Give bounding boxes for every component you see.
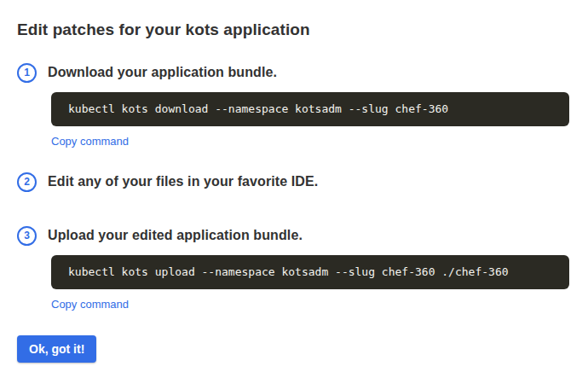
step-1-copy-command-link[interactable]: Copy command xyxy=(51,135,129,148)
step-1-command-code: kubectl kots download --namespace kotsad… xyxy=(51,92,569,126)
step-3-number-badge: 3 xyxy=(17,226,37,246)
step-2-number: 2 xyxy=(24,177,30,187)
step-2-number-badge: 2 xyxy=(17,172,37,192)
step-2-heading: Edit any of your files in your favorite … xyxy=(48,174,318,189)
edit-patches-modal: Edit patches for your kots application 1… xyxy=(0,0,588,363)
step-3-number: 3 xyxy=(24,230,30,241)
modal-title: Edit patches for your kots application xyxy=(17,20,569,40)
step-1-command-text: kubectl kots download --namespace kotsad… xyxy=(68,102,448,115)
step-1-number-badge: 1 xyxy=(17,63,37,83)
step-3-command-code: kubectl kots upload --namespace kotsadm … xyxy=(51,255,569,289)
modal-footer: Ok, got it! xyxy=(17,311,569,363)
step-3-command-text: kubectl kots upload --namespace kotsadm … xyxy=(68,265,509,278)
ok-got-it-button[interactable]: Ok, got it! xyxy=(17,335,96,363)
step-3-heading: Upload your edited application bundle. xyxy=(48,228,303,243)
step-3-row: 3 Upload your edited application bundle. xyxy=(17,226,569,246)
step-1-number: 1 xyxy=(24,67,30,78)
step-2-row: 2 Edit any of your files in your favorit… xyxy=(17,172,569,192)
step-3-copy-command-link[interactable]: Copy command xyxy=(51,298,129,311)
step-1-row: 1 Download your application bundle. xyxy=(17,63,569,83)
step-1-heading: Download your application bundle. xyxy=(48,65,277,80)
